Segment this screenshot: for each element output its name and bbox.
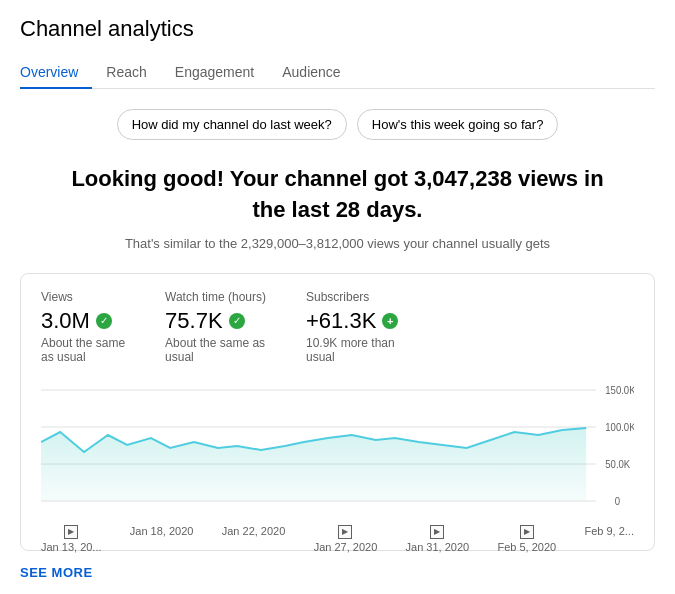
chart-wrapper: 150.0K 100.0K 50.0K 0	[41, 380, 634, 540]
page-title: Channel analytics	[20, 16, 655, 42]
chart-date-4: ▶ Jan 31, 2020	[406, 525, 470, 553]
stats-chart-card: Views 3.0M ✓ About the sameas usual Watc…	[20, 273, 655, 551]
subscribers-plus-icon: +	[382, 313, 398, 329]
stat-watchtime-value: 75.7K	[165, 308, 223, 334]
stat-watchtime: Watch time (hours) 75.7K ✓ About the sam…	[165, 290, 266, 364]
stat-views-desc: About the sameas usual	[41, 336, 125, 364]
svg-text:50.0K: 50.0K	[605, 458, 630, 469]
chart-date-3: ▶ Jan 27, 2020	[314, 525, 378, 553]
tab-reach[interactable]: Reach	[92, 56, 160, 88]
video-marker-5[interactable]: ▶	[520, 525, 534, 539]
video-marker-3[interactable]: ▶	[338, 525, 352, 539]
stat-subscribers-label: Subscribers	[306, 290, 398, 304]
tab-overview[interactable]: Overview	[20, 56, 92, 88]
headline-text: Looking good! Your channel got 3,047,238…	[20, 164, 655, 226]
svg-text:0: 0	[615, 495, 621, 506]
stat-views-label: Views	[41, 290, 125, 304]
chart-date-5: ▶ Feb 5, 2020	[497, 525, 556, 553]
quick-actions: How did my channel do last week? How's t…	[20, 109, 655, 140]
stat-views-value: 3.0M	[41, 308, 90, 334]
stat-views: Views 3.0M ✓ About the sameas usual	[41, 290, 125, 364]
chart-date-1: Jan 18, 2020	[130, 525, 194, 537]
video-marker-4[interactable]: ▶	[430, 525, 444, 539]
stat-subscribers: Subscribers +61.3K + 10.9K more thanusua…	[306, 290, 398, 364]
chart-date-2: Jan 22, 2020	[222, 525, 286, 537]
views-check-icon: ✓	[96, 313, 112, 329]
svg-text:150.0K: 150.0K	[605, 384, 634, 395]
stats-row: Views 3.0M ✓ About the sameas usual Watc…	[41, 290, 634, 364]
stat-subscribers-desc: 10.9K more thanusual	[306, 336, 398, 364]
tab-audience[interactable]: Audience	[268, 56, 354, 88]
stat-subscribers-value: +61.3K	[306, 308, 376, 334]
stat-watchtime-label: Watch time (hours)	[165, 290, 266, 304]
watchtime-check-icon: ✓	[229, 313, 245, 329]
svg-text:100.0K: 100.0K	[605, 421, 634, 432]
chart-date-6: Feb 9, 2...	[584, 525, 634, 537]
subtext: That's similar to the 2,329,000–3,812,00…	[20, 236, 655, 251]
this-week-button[interactable]: How's this week going so far?	[357, 109, 559, 140]
tabs-nav: Overview Reach Engagement Audience	[20, 56, 655, 89]
chart-svg: 150.0K 100.0K 50.0K 0	[41, 380, 634, 520]
tab-engagement[interactable]: Engagement	[161, 56, 268, 88]
svg-marker-8	[41, 428, 586, 501]
see-more-link[interactable]: SEE MORE	[20, 565, 655, 580]
last-week-button[interactable]: How did my channel do last week?	[117, 109, 347, 140]
chart-date-0: ▶ Jan 13, 20...	[41, 525, 102, 553]
stat-watchtime-desc: About the same asusual	[165, 336, 266, 364]
video-marker-0[interactable]: ▶	[64, 525, 78, 539]
